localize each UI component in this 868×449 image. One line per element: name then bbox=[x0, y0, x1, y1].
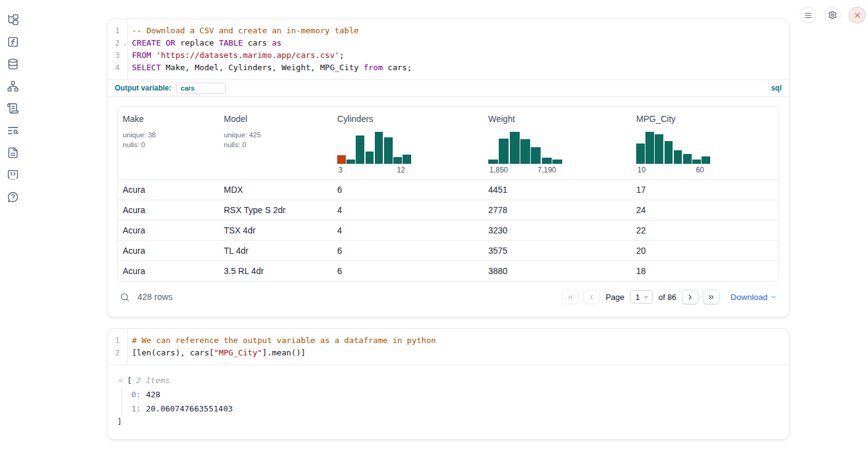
chevrons-right-icon bbox=[707, 293, 715, 301]
page-total: of 86 bbox=[658, 293, 676, 302]
table-cell[interactable]: 3230 bbox=[483, 225, 631, 235]
python-cell: 1# We can reference the output variable … bbox=[107, 328, 790, 440]
line-number: 1 bbox=[107, 25, 127, 37]
table-cell[interactable]: Acura bbox=[118, 205, 219, 215]
code-line[interactable]: 3FROM 'https://datasets.marimo.app/cars.… bbox=[107, 49, 789, 62]
table-cell[interactable]: 3.5 RL 4dr bbox=[219, 266, 332, 276]
table-cell[interactable]: RSX Type S 2dr bbox=[219, 205, 332, 215]
table-cell[interactable]: 18 bbox=[631, 266, 779, 276]
column-header-MPG_City[interactable]: MPG_City1060 bbox=[631, 107, 779, 179]
python-code-editor[interactable]: 1# We can reference the output variable … bbox=[107, 329, 789, 365]
table-cell[interactable]: Acura bbox=[118, 185, 219, 195]
page-select[interactable]: 1 bbox=[630, 290, 653, 304]
text-search-icon[interactable] bbox=[6, 124, 20, 137]
code-line[interactable]: 2⌄CREATE OR replace TABLE cars as bbox=[107, 37, 789, 49]
hist-bar bbox=[702, 156, 710, 164]
histogram-Cylinders[interactable]: 312 bbox=[337, 132, 411, 174]
hist-bar bbox=[692, 160, 701, 164]
table-cell[interactable]: 3880 bbox=[483, 266, 631, 276]
table-cell[interactable]: 4 bbox=[332, 205, 483, 215]
line-number: 2⌄ bbox=[107, 37, 127, 49]
table-cell[interactable]: Acura bbox=[118, 225, 219, 235]
column-header-Weight[interactable]: Weight1,8507,190 bbox=[483, 107, 631, 179]
chevron-left-icon bbox=[588, 293, 596, 301]
function-square-icon[interactable] bbox=[6, 35, 20, 49]
code-line[interactable]: 2[len(cars), cars["MPG_City"].mean()] bbox=[107, 347, 789, 359]
menu-button[interactable] bbox=[800, 7, 816, 23]
table-cell[interactable]: 4 bbox=[332, 225, 483, 235]
scroll-text-icon[interactable] bbox=[6, 102, 20, 115]
table-cell[interactable]: 22 bbox=[631, 225, 779, 235]
table-row[interactable]: AcuraTSX 4dr4323022 bbox=[118, 220, 779, 240]
tree-item: 1:20.060747663551403 bbox=[131, 402, 779, 416]
tree-item-value: 20.060747663551403 bbox=[146, 404, 233, 413]
data-table: Makeunique: 38nulls: 0Modelunique: 425nu… bbox=[117, 106, 779, 281]
first-page-button[interactable] bbox=[562, 289, 579, 304]
table-cell[interactable]: 2778 bbox=[483, 205, 631, 215]
table-cell[interactable]: TL 4dr bbox=[219, 246, 332, 256]
output-variable-input[interactable] bbox=[176, 83, 226, 94]
table-cell[interactable]: 17 bbox=[631, 185, 779, 195]
table-cell[interactable]: 20 bbox=[631, 246, 779, 256]
column-name: MPG_City bbox=[636, 114, 774, 124]
hist-bar bbox=[499, 139, 509, 164]
table-body: AcuraMDX6445117AcuraRSX Type S 2dr427782… bbox=[118, 179, 779, 281]
close-button[interactable] bbox=[849, 7, 866, 23]
table-row[interactable]: Acura3.5 RL 4dr6388018 bbox=[118, 261, 779, 281]
table-cell[interactable]: 24 bbox=[631, 205, 779, 215]
search-button[interactable] bbox=[120, 292, 130, 302]
hist-bar bbox=[674, 150, 682, 164]
code-text: [len(cars), cars["MPG_City"].mean()] bbox=[127, 347, 306, 359]
search-icon bbox=[120, 292, 130, 302]
histogram-Weight[interactable]: 1,8507,190 bbox=[488, 132, 562, 174]
table-cell[interactable]: Acura bbox=[118, 266, 219, 276]
sql-code-editor[interactable]: 1-- Download a CSV and create an in-memo… bbox=[107, 19, 789, 79]
table-row[interactable]: AcuraMDX6445117 bbox=[118, 179, 779, 200]
chevron-right-icon bbox=[686, 293, 694, 301]
column-header-Make[interactable]: Makeunique: 38nulls: 0 bbox=[118, 107, 219, 179]
hist-bar bbox=[552, 160, 562, 164]
fold-chevron-icon[interactable]: ⌄ bbox=[123, 38, 126, 50]
next-page-button[interactable] bbox=[682, 289, 698, 304]
column-header-Model[interactable]: Modelunique: 425nulls: 0 bbox=[219, 107, 332, 179]
column-stats: unique: 38nulls: 0 bbox=[123, 130, 214, 150]
close-bracket: ] bbox=[117, 416, 779, 428]
code-text: # We can reference the output variable a… bbox=[127, 334, 436, 347]
download-button[interactable]: Download bbox=[731, 293, 777, 302]
table-cell[interactable]: 6 bbox=[332, 246, 483, 256]
column-header-Cylinders[interactable]: Cylinders312 bbox=[332, 107, 483, 179]
sql-cell-footer: Output variable: sql bbox=[107, 79, 789, 97]
table-cell[interactable]: 4451 bbox=[483, 185, 631, 195]
left-sidebar bbox=[6, 13, 20, 204]
table-cell[interactable]: 3575 bbox=[483, 246, 631, 256]
file-tree-icon[interactable] bbox=[6, 13, 20, 26]
help-circle-icon[interactable] bbox=[6, 190, 20, 204]
line-number: 3 bbox=[107, 49, 127, 62]
table-cell[interactable]: Acura bbox=[118, 246, 219, 256]
hist-bar bbox=[531, 147, 541, 164]
table-header: Makeunique: 38nulls: 0Modelunique: 425nu… bbox=[118, 107, 779, 179]
table-cell[interactable]: 6 bbox=[332, 266, 483, 276]
previous-page-button[interactable] bbox=[583, 289, 600, 304]
collapse-chevron-icon[interactable] bbox=[117, 378, 124, 384]
code-line[interactable]: 4SELECT Make, Model, Cylinders, Weight, … bbox=[107, 62, 789, 74]
settings-button[interactable] bbox=[824, 7, 841, 23]
code-line[interactable]: 1-- Download a CSV and create an in-memo… bbox=[107, 25, 789, 37]
table-cell[interactable]: 6 bbox=[332, 185, 483, 195]
code-snippet-icon[interactable] bbox=[6, 168, 20, 182]
file-document-icon[interactable] bbox=[6, 146, 20, 160]
column-name: Make bbox=[123, 114, 214, 124]
database-icon[interactable] bbox=[6, 57, 20, 71]
table-row[interactable]: AcuraTL 4dr6357520 bbox=[118, 240, 779, 261]
line-number: 4 bbox=[107, 62, 127, 74]
histogram-MPG_City[interactable]: 1060 bbox=[636, 132, 710, 174]
table-row[interactable]: AcuraRSX Type S 2dr4277824 bbox=[118, 200, 779, 220]
tree-item-key: 0: bbox=[131, 390, 141, 399]
table-cell[interactable]: TSX 4dr bbox=[219, 225, 332, 235]
last-page-button[interactable] bbox=[703, 289, 719, 304]
table-cell[interactable]: MDX bbox=[219, 185, 332, 195]
code-line[interactable]: 1# We can reference the output variable … bbox=[107, 334, 789, 347]
top-right-toolbar bbox=[800, 7, 866, 23]
sitemap-icon[interactable] bbox=[6, 79, 20, 93]
tree-item-value: 428 bbox=[146, 390, 160, 399]
